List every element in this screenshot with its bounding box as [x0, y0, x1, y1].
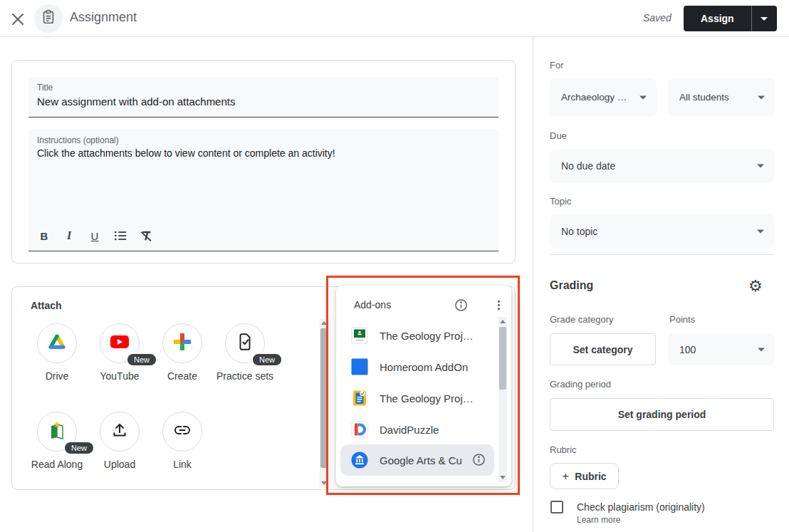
assignment-editor-page: Assignment Saved Assign Title New assign… [0, 0, 789, 532]
scroll-down-icon[interactable] [321, 481, 327, 485]
attach-option-practice-sets[interactable]: New Practice sets [214, 323, 276, 383]
top-bar: Assignment Saved Assign [0, 0, 789, 37]
addon-item-label: The Geology Proj… [380, 330, 474, 342]
topic-select[interactable]: No topic [550, 214, 774, 249]
attach-option-read-along[interactable]: New Read Along [26, 412, 88, 471]
due-date-value: No due date [561, 160, 615, 172]
attach-option-label: Upload [88, 457, 151, 471]
clipboard-checklist-icon [351, 390, 368, 407]
addon-item-label: The Geology Proj… [380, 392, 474, 405]
chevron-down-icon [757, 230, 764, 234]
chevron-down-icon [758, 348, 765, 351]
google-classroom-icon [351, 327, 368, 344]
plus-icon: + [562, 469, 569, 484]
italic-icon[interactable]: I [60, 226, 78, 245]
addon-item-label: Google Arts & Cu [380, 454, 462, 466]
due-label: Due [550, 130, 567, 141]
addon-item-geology-project-1[interactable]: The Geology Proj… [340, 320, 494, 351]
assignment-type-badge [34, 4, 63, 33]
section-divider [550, 254, 774, 255]
attach-option-create[interactable]: Create [151, 323, 214, 383]
addon-item-homeroom[interactable]: Homeroom AddOn [340, 351, 494, 382]
youtube-icon [110, 335, 130, 352]
rubric-label: Rubric [550, 444, 577, 455]
attach-heading: Attach [31, 300, 62, 311]
students-select-value: All students [679, 92, 729, 103]
scroll-up-icon[interactable] [321, 321, 327, 325]
saved-status: Saved [643, 12, 672, 24]
instructions-field-value: Click the attachments below to view cont… [37, 147, 335, 159]
chevron-down-icon [758, 95, 765, 99]
instructions-field-label: Instructions (optional) [37, 135, 119, 145]
learn-more-link[interactable]: Learn more [577, 515, 620, 525]
add-rubric-button-label: Rubric [575, 471, 606, 482]
new-badge: New [63, 441, 95, 455]
addon-item-label: DavidPuzzle [380, 424, 439, 436]
addon-item-google-arts-culture[interactable]: Google Arts & Cu [340, 444, 494, 476]
create-plus-icon [172, 332, 192, 355]
attach-option-label: Drive [26, 369, 88, 383]
addons-more-menu-icon[interactable] [492, 298, 506, 315]
assign-button[interactable]: Assign [684, 6, 752, 31]
addon-item-davidpuzzle[interactable]: DavidPuzzle [340, 414, 494, 445]
addons-scrollbar-thumb[interactable] [499, 327, 506, 390]
students-select[interactable]: All students [668, 78, 775, 116]
title-field[interactable]: Title New assignment with add-on attachm… [28, 77, 498, 118]
points-label: Points [669, 314, 695, 325]
addon-info-icon[interactable] [472, 453, 486, 469]
link-icon [172, 420, 192, 443]
attach-option-label: Create [151, 369, 214, 383]
class-select[interactable]: Archaeology … [550, 78, 657, 116]
scroll-up-icon[interactable] [500, 320, 506, 323]
arts-culture-icon [351, 452, 368, 469]
plagiarism-checkbox[interactable] [550, 501, 563, 513]
clear-formatting-icon[interactable] [137, 226, 155, 245]
bold-icon[interactable]: B [35, 226, 53, 245]
attach-option-label: Practice sets [214, 369, 276, 383]
instructions-field[interactable]: Instructions (optional) Click the attach… [28, 129, 498, 251]
clipboard-icon [41, 9, 56, 28]
for-label: For [550, 60, 564, 71]
practice-sets-icon [236, 333, 254, 354]
points-value: 100 [679, 344, 696, 355]
grading-period-label: Grading period [550, 379, 611, 390]
points-select[interactable]: 100 [668, 333, 775, 365]
scroll-down-icon[interactable] [500, 476, 506, 479]
attach-option-label: Link [151, 457, 214, 471]
attach-scrollbar[interactable] [320, 318, 329, 488]
attach-option-link[interactable]: Link [151, 412, 214, 471]
underline-icon[interactable]: U [85, 226, 104, 245]
gear-icon[interactable]: ⚙ [748, 277, 763, 295]
bulleted-list-icon[interactable] [111, 226, 130, 245]
plagiarism-label: Check plagiarism (originality) [577, 501, 705, 513]
chevron-down-icon [757, 165, 764, 168]
title-field-value: New assignment with add-on attachments [37, 95, 235, 108]
addons-info-icon[interactable] [454, 298, 468, 315]
close-icon[interactable] [10, 11, 26, 27]
add-rubric-button[interactable]: + Rubric [550, 463, 619, 489]
assign-dropdown-button[interactable] [752, 6, 777, 31]
due-date-select[interactable]: No due date [550, 149, 774, 183]
set-grading-period-button[interactable]: Set grading period [550, 398, 774, 431]
attach-option-drive[interactable]: Drive [26, 323, 88, 383]
grading-heading: Grading [550, 279, 593, 292]
attach-option-upload[interactable]: Upload [88, 412, 151, 471]
sidebar-divider [533, 37, 533, 532]
page-title: Assignment [70, 10, 137, 25]
new-badge: New [251, 353, 283, 367]
addon-item-geology-project-2[interactable]: The Geology Proj… [340, 382, 494, 414]
new-badge: New [126, 353, 157, 367]
homeroom-icon [351, 358, 368, 375]
addons-scrollbar[interactable] [498, 317, 507, 482]
attach-scrollbar-thumb[interactable] [320, 328, 328, 468]
chevron-down-icon [761, 17, 768, 21]
class-select-value: Archaeology … [561, 92, 627, 103]
attach-option-youtube[interactable]: New YouTube [88, 323, 151, 383]
read-along-icon [47, 420, 67, 443]
topic-value: No topic [561, 226, 597, 237]
chevron-down-icon [639, 95, 647, 99]
upload-icon [110, 421, 129, 442]
addon-item-label: Homeroom AddOn [380, 361, 468, 373]
set-category-button[interactable]: Set category [550, 333, 656, 365]
attach-option-label: YouTube [88, 369, 151, 383]
